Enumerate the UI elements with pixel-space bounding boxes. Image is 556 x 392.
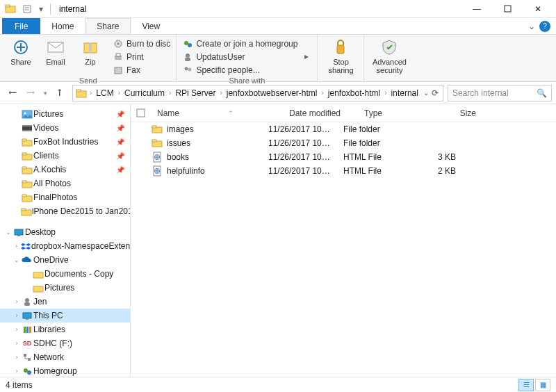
svg-point-55 bbox=[27, 370, 31, 375]
svg-rect-44 bbox=[33, 286, 43, 292]
crumb-4[interactable]: jenfoxbot-html bbox=[325, 88, 383, 98]
header-name[interactable]: Name⌃ bbox=[152, 108, 284, 118]
stop-sharing-button[interactable]: Stop sharing bbox=[322, 36, 359, 74]
tab-view[interactable]: View bbox=[131, 18, 171, 34]
tree-iphone[interactable]: iPhone Dec2015 to Jan2016 bbox=[0, 204, 130, 218]
svg-rect-36 bbox=[22, 181, 26, 183]
recent-dropdown-icon[interactable]: ▾ bbox=[40, 85, 50, 101]
file-name: helpfulinfo bbox=[167, 166, 205, 176]
maximize-button[interactable] bbox=[492, 0, 523, 18]
addr-dropdown-icon[interactable]: ⌄ bbox=[423, 89, 429, 97]
back-button[interactable]: 🠔 bbox=[4, 85, 21, 101]
email-button[interactable]: Email bbox=[39, 36, 72, 66]
crumb-2[interactable]: RPi Server bbox=[172, 88, 218, 98]
status-text: 4 items bbox=[6, 380, 33, 390]
tree-foxbot[interactable]: FoxBot Industries📌 bbox=[0, 135, 130, 149]
print-button[interactable]: Print bbox=[111, 51, 172, 63]
svg-rect-34 bbox=[22, 167, 26, 169]
close-button[interactable]: ✕ bbox=[523, 0, 553, 18]
tree-clients[interactable]: Clients📌 bbox=[0, 149, 130, 163]
tree-videos[interactable]: Videos📌 bbox=[0, 121, 130, 135]
minimize-button[interactable]: ― bbox=[461, 0, 492, 18]
table-row[interactable]: images11/26/2017 10:37 ...File folder bbox=[131, 122, 556, 136]
svg-point-17 bbox=[186, 54, 190, 58]
homegroup-button[interactable]: Create or join a homegroup bbox=[181, 38, 299, 50]
tab-home[interactable]: Home bbox=[40, 18, 85, 34]
tree-onedrive[interactable]: ⌄OneDrive bbox=[0, 253, 130, 267]
tab-share[interactable]: Share bbox=[85, 18, 131, 34]
tab-file[interactable]: File bbox=[2, 18, 40, 34]
chevron-right-icon[interactable]: › bbox=[88, 89, 93, 97]
ribbon: Share Email Zip Burn to disc Print Fax S… bbox=[0, 35, 556, 82]
tree-pictures[interactable]: Pictures📌 bbox=[0, 107, 130, 121]
ribbon-group-send: Share Email Zip Burn to disc Print Fax S… bbox=[0, 35, 177, 81]
svg-rect-5 bbox=[505, 6, 511, 12]
svg-rect-1 bbox=[6, 5, 10, 7]
tree-jen[interactable]: ›Jen bbox=[0, 295, 130, 309]
svg-rect-41 bbox=[15, 229, 23, 235]
svg-rect-46 bbox=[24, 302, 30, 306]
pin-icon: 📌 bbox=[116, 111, 124, 118]
file-type: File folder bbox=[338, 138, 406, 148]
header-size[interactable]: Size bbox=[427, 108, 482, 118]
svg-rect-23 bbox=[76, 90, 81, 92]
svg-point-15 bbox=[184, 41, 188, 45]
tree-docscopy[interactable]: Documents - Copy bbox=[0, 267, 130, 281]
fax-button[interactable]: Fax bbox=[111, 64, 172, 76]
ribbon-collapse-icon[interactable]: ⌄ bbox=[528, 22, 535, 31]
svg-rect-30 bbox=[22, 139, 26, 141]
tree-akochis[interactable]: A.Kochis📌 bbox=[0, 163, 130, 177]
tree-dropbox[interactable]: ›dropbox-NamespaceExtensio bbox=[0, 239, 130, 253]
table-row[interactable]: books11/26/2017 10:37 ...HTML File3 KB bbox=[131, 150, 556, 164]
tree-finalphotos[interactable]: FinalPhotos bbox=[0, 190, 130, 204]
crumb-5[interactable]: internal bbox=[389, 88, 421, 98]
address-bar[interactable]: › LCM› Curriculum› RPi Server› jenfoxbot… bbox=[72, 85, 443, 101]
crumb-0[interactable]: LCM bbox=[93, 88, 116, 98]
search-placeholder: Search internal bbox=[452, 88, 509, 98]
folder-icon bbox=[152, 124, 163, 135]
tree-desktop[interactable]: ⌄Desktop bbox=[0, 225, 130, 239]
share-button[interactable]: Share bbox=[4, 36, 38, 66]
svg-point-45 bbox=[25, 298, 29, 302]
window-title: internal bbox=[59, 4, 86, 14]
tree-allphotos[interactable]: All Photos bbox=[0, 177, 130, 190]
file-type: File folder bbox=[338, 124, 406, 134]
tree-thispc[interactable]: ›This PC bbox=[0, 309, 130, 322]
crumb-1[interactable]: Curriculum bbox=[122, 88, 167, 98]
refresh-icon[interactable]: ⟳ bbox=[432, 88, 439, 98]
tree-homegroup[interactable]: ›Homegroup bbox=[0, 364, 130, 377]
tree-network[interactable]: ›Network bbox=[0, 350, 130, 364]
table-row[interactable]: helpfulinfo11/26/2017 10:37 ...HTML File… bbox=[131, 164, 556, 178]
table-row[interactable]: issues11/26/2017 10:37 ...File folder bbox=[131, 136, 556, 150]
file-list: Name⌃ Date modified Type Size images11/2… bbox=[131, 104, 556, 377]
nav-tree[interactable]: Pictures📌 Videos📌 FoxBot Industries📌 Cli… bbox=[0, 104, 131, 377]
file-name: books bbox=[167, 152, 189, 162]
updatus-button[interactable]: UpdatusUser bbox=[181, 51, 299, 63]
svg-point-16 bbox=[188, 43, 192, 47]
specific-button[interactable]: Specific people... bbox=[181, 64, 299, 76]
tree-libraries[interactable]: ›Libraries bbox=[0, 322, 130, 336]
svg-rect-42 bbox=[17, 235, 20, 236]
tree-sdhc[interactable]: ›SDSDHC (F:) bbox=[0, 336, 130, 350]
burn-button[interactable]: Burn to disc bbox=[111, 38, 172, 50]
help-icon[interactable]: ? bbox=[539, 21, 550, 32]
html-file-icon bbox=[152, 165, 163, 177]
sharewith-dropdown-icon[interactable]: ▸ bbox=[300, 51, 313, 61]
forward-button[interactable]: 🠖 bbox=[22, 85, 39, 101]
advanced-security-button[interactable]: Advanced security bbox=[368, 36, 410, 74]
header-type[interactable]: Type bbox=[359, 108, 427, 118]
svg-rect-13 bbox=[116, 54, 120, 56]
view-icons-button[interactable]: ▦ bbox=[535, 379, 550, 391]
crumb-3[interactable]: jenfoxbotwebserver-html bbox=[224, 88, 320, 98]
qat-dropdown-icon[interactable]: ▾ bbox=[36, 1, 46, 17]
search-input[interactable]: Search internal 🔍 bbox=[448, 85, 552, 101]
zip-button[interactable]: Zip bbox=[74, 36, 107, 66]
qat-properties-icon[interactable] bbox=[19, 1, 35, 17]
header-date[interactable]: Date modified bbox=[284, 108, 359, 118]
up-button[interactable]: 🠕 bbox=[51, 85, 68, 101]
main-area: Pictures📌 Videos📌 FoxBot Industries📌 Cli… bbox=[0, 104, 556, 377]
header-checkbox[interactable] bbox=[131, 108, 152, 117]
view-details-button[interactable]: ☰ bbox=[518, 379, 534, 391]
svg-rect-9 bbox=[89, 43, 92, 53]
tree-odpictures[interactable]: Pictures bbox=[0, 281, 130, 295]
